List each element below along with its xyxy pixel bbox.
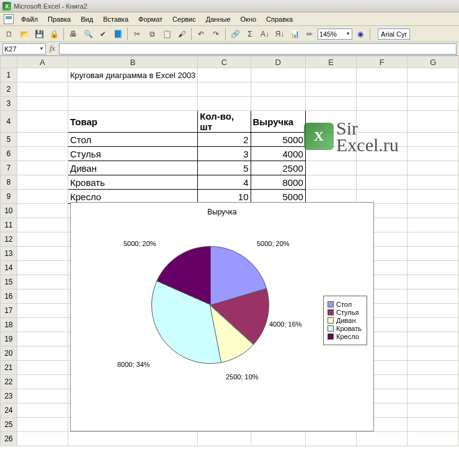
cell-A13[interactable] [17,247,68,261]
row-header-21[interactable]: 21 [1,361,17,375]
col-header-G[interactable]: G [408,56,459,68]
cell-G18[interactable] [408,318,459,332]
row-header-1[interactable]: 1 [1,68,17,82]
chart-icon[interactable]: 📊 [288,27,301,41]
cell-G5[interactable] [408,133,459,147]
select-all-corner[interactable] [1,56,17,68]
cell-F4[interactable] [357,111,408,133]
cell-B6[interactable]: Стулья [68,147,198,161]
cell-E7[interactable] [305,161,356,175]
cell-B8[interactable]: Кровать [68,175,198,190]
cell-A10[interactable] [17,204,68,218]
row-header-9[interactable]: 9 [1,190,17,204]
sort-desc-icon[interactable]: Я↓ [273,27,287,41]
cell-D6[interactable]: 4000 [251,147,305,161]
worksheet-grid[interactable]: ABCDEFG1Круговая диаграмма в Excel 20032… [0,56,459,476]
formula-bar[interactable] [59,43,457,55]
help-icon[interactable]: ◉ [354,27,367,41]
cell-G16[interactable] [408,289,459,304]
row-header-15[interactable]: 15 [1,275,17,289]
cell-A26[interactable] [17,432,68,446]
cell-F6[interactable] [357,147,408,161]
cell-F8[interactable] [357,175,408,190]
menu-file[interactable]: Файл [16,14,43,24]
redo-icon[interactable]: ↷ [209,27,223,41]
cell-A3[interactable] [17,97,68,111]
col-header-F[interactable]: F [357,56,408,68]
cell-G15[interactable] [408,275,459,289]
cell-A14[interactable] [17,261,68,275]
spell-icon[interactable]: ✔ [96,27,110,41]
print-icon[interactable]: 🖶 [66,27,80,41]
col-header-B[interactable]: B [68,56,198,68]
cell-G4[interactable] [408,111,459,133]
cell-E26[interactable] [305,432,356,446]
cell-G9[interactable] [408,190,459,204]
row-header-3[interactable]: 3 [1,97,17,111]
cell-A5[interactable] [17,133,68,147]
row-header-5[interactable]: 5 [1,133,17,147]
copy-icon[interactable]: ⧉ [145,27,159,41]
row-header-22[interactable]: 22 [1,375,17,389]
cell-G8[interactable] [408,175,459,190]
row-header-23[interactable]: 23 [1,389,17,403]
cell-B7[interactable]: Диван [68,161,198,175]
cell-G23[interactable] [408,389,459,403]
cell-A8[interactable] [17,175,68,190]
row-header-7[interactable]: 7 [1,161,17,175]
cell-D7[interactable]: 2500 [251,161,305,175]
cell-A12[interactable] [17,232,68,247]
cell-G7[interactable] [408,161,459,175]
row-header-24[interactable]: 24 [1,403,17,418]
cell-A2[interactable] [17,82,68,97]
menu-window[interactable]: Окно [236,14,262,24]
cell-G14[interactable] [408,261,459,275]
cell-E3[interactable] [305,97,356,111]
cell-G24[interactable] [408,403,459,418]
col-header-A[interactable]: A [17,56,68,68]
cell-A22[interactable] [17,375,68,389]
row-header-14[interactable]: 14 [1,261,17,275]
format-painter-icon[interactable]: 🖌 [175,27,189,41]
row-header-12[interactable]: 12 [1,232,17,247]
cell-D3[interactable] [251,97,305,111]
cell-A21[interactable] [17,361,68,375]
row-header-26[interactable]: 26 [1,432,17,446]
menu-help[interactable]: Справка [261,14,298,24]
row-header-10[interactable]: 10 [1,204,17,218]
col-header-C[interactable]: C [198,56,251,68]
menu-data[interactable]: Данные [201,14,236,24]
cell-F2[interactable] [357,82,408,97]
cell-C6[interactable]: 3 [198,147,251,161]
cell-D2[interactable] [251,82,305,97]
cell-A17[interactable] [17,304,68,318]
name-box[interactable]: K27▼ [2,43,46,55]
cell-G1[interactable] [408,68,459,82]
row-header-19[interactable]: 19 [1,332,17,346]
menu-tools[interactable]: Сервис [167,14,201,24]
row-header-17[interactable]: 17 [1,304,17,318]
cell-G25[interactable] [408,418,459,432]
row-header-20[interactable]: 20 [1,346,17,361]
cell-E6[interactable] [305,147,356,161]
cell-E8[interactable] [305,175,356,190]
row-header-2[interactable]: 2 [1,82,17,97]
cell-A25[interactable] [17,418,68,432]
cell-C1[interactable] [198,68,251,82]
cell-G10[interactable] [408,204,459,218]
cell-F3[interactable] [357,97,408,111]
save-icon[interactable]: 💾 [32,27,46,41]
research-icon[interactable]: 📘 [111,27,125,41]
cell-A20[interactable] [17,346,68,361]
pie-chart[interactable]: Выручка 5000; 20% 4000; 16% 2500; 10% 80… [70,202,374,431]
cell-C3[interactable] [198,97,251,111]
menu-edit[interactable]: Правка [43,14,76,24]
cell-C2[interactable] [198,82,251,97]
col-header-D[interactable]: D [251,56,305,68]
cell-G22[interactable] [408,375,459,389]
cell-F1[interactable] [357,68,408,82]
preview-icon[interactable]: 🔍 [81,27,95,41]
col-header-E[interactable]: E [305,56,356,68]
row-header-16[interactable]: 16 [1,289,17,304]
row-header-25[interactable]: 25 [1,418,17,432]
